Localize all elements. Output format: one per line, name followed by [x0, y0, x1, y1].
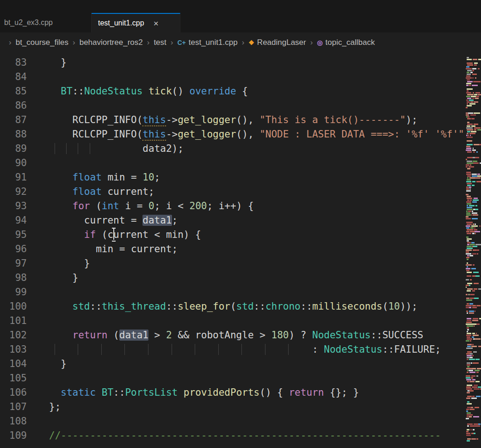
code-line[interactable]: 97 }	[0, 256, 464, 271]
code-line[interactable]: 87 RCLCPP_INFO(this->get_logger(), "This…	[0, 113, 464, 127]
code-line[interactable]: 107};	[0, 400, 464, 414]
code-line[interactable]: 91 float min = 10;	[0, 170, 464, 185]
code-line[interactable]: 105	[0, 371, 464, 386]
line-number[interactable]: 98	[0, 271, 27, 285]
line-number[interactable]: 94	[0, 213, 27, 228]
line-number[interactable]: 89	[0, 142, 27, 156]
minimap-line	[466, 425, 480, 427]
code-token: std	[73, 301, 90, 312]
minimap-token	[472, 68, 476, 69]
minimap-token	[472, 85, 478, 86]
code-line[interactable]: 95 if (current < min) {	[0, 228, 464, 242]
line-number[interactable]: 103	[0, 342, 27, 357]
indent-guide	[66, 143, 78, 154]
line-number[interactable]: 104	[0, 357, 27, 371]
line-number[interactable]: 95	[0, 228, 27, 242]
line-number[interactable]: 90	[0, 156, 27, 170]
code-line[interactable]: 102 return (data1 > 2 && robotAngle > 18…	[0, 328, 464, 342]
code-line[interactable]: 104 }	[0, 357, 464, 371]
tab-bt_u2_ex3-cpp[interactable]: bt_u2_ex3.cpp	[0, 13, 92, 32]
line-number[interactable]: 105	[0, 371, 27, 386]
line-number[interactable]: 102	[0, 328, 27, 342]
code-line[interactable]: 99	[0, 285, 464, 299]
minimap[interactable]	[464, 53, 481, 448]
code-line[interactable]: 90	[0, 156, 464, 170]
minimap-token	[467, 381, 469, 382]
minimap-token	[467, 403, 472, 404]
minimap-line	[466, 177, 480, 179]
minimap-token	[472, 212, 478, 214]
code-text: : NodeStatus::FAILURE;	[27, 342, 464, 357]
minimap-token	[466, 253, 471, 255]
line-number[interactable]: 88	[0, 127, 27, 142]
code-line[interactable]: 98 }	[0, 271, 464, 285]
code-line[interactable]: 109//-----------------------------------…	[0, 429, 464, 443]
editor[interactable]: 83 }8485 BT::NodeStatus tick() override …	[0, 53, 464, 448]
line-number[interactable]: 85	[0, 84, 27, 99]
line-number[interactable]: 101	[0, 314, 27, 328]
code-line[interactable]: 86	[0, 99, 464, 113]
line-number[interactable]: 96	[0, 242, 27, 256]
line-number[interactable]: 93	[0, 199, 27, 213]
code-line[interactable]: 83 }	[0, 56, 464, 70]
minimap-token	[466, 187, 468, 188]
code-token: ::	[90, 301, 102, 312]
minimap-token	[467, 283, 473, 284]
line-number[interactable]: 99	[0, 285, 27, 299]
code-line[interactable]: 84	[0, 70, 464, 84]
code-text	[27, 156, 464, 170]
minimap-token	[467, 364, 470, 366]
line-number[interactable]: 84	[0, 70, 27, 84]
line-number[interactable]: 83	[0, 56, 27, 70]
code-line[interactable]: 89 data2);	[0, 142, 464, 156]
code-line[interactable]: 103 : NodeStatus::FAILURE;	[0, 342, 464, 357]
breadcrumb-item-ReadingLaser[interactable]: ❖ReadingLaser	[248, 38, 306, 47]
code-line[interactable]: 106 static BT::PortsList providedPorts()…	[0, 386, 464, 400]
line-number[interactable]: 92	[0, 185, 27, 199]
minimap-token	[476, 324, 480, 325]
minimap-token	[467, 101, 469, 103]
breadcrumb-item-bt_course_files[interactable]: bt_course_files	[16, 38, 68, 47]
breadcrumb-item-test_unit1.cpp[interactable]: C+test_unit1.cpp	[177, 38, 237, 47]
minimap-line	[466, 101, 480, 103]
code-token: this_thread	[102, 301, 166, 312]
minimap-token	[476, 333, 477, 334]
breadcrumb-item-test[interactable]: test	[154, 38, 166, 47]
breadcrumb-item-behaviortree_ros2[interactable]: behaviortree_ros2	[80, 38, 143, 47]
minimap-token	[473, 161, 477, 162]
minimap-token	[467, 81, 473, 82]
code-line[interactable]: 101	[0, 314, 464, 328]
line-number[interactable]: 86	[0, 99, 27, 113]
line-number[interactable]: 106	[0, 386, 27, 400]
line-number[interactable]: 109	[0, 429, 27, 443]
minimap-token	[469, 255, 474, 256]
minimap-token	[466, 377, 470, 379]
minimap-token	[467, 275, 471, 277]
code-line[interactable]: 108	[0, 414, 464, 429]
minimap-token	[471, 131, 476, 132]
line-number[interactable]: 91	[0, 170, 27, 185]
code-line[interactable]: 96 min = current;	[0, 242, 464, 256]
tab-test_unit1-cpp[interactable]: test_unit1.cpp ×	[92, 13, 180, 32]
breadcrumb-label: bt_course_files	[16, 38, 68, 47]
code-line[interactable]: 85 BT::NodeStatus tick() override {	[0, 84, 464, 99]
minimap-token	[466, 435, 471, 436]
code-line[interactable]: 100 std::this_thread::sleep_for(std::chr…	[0, 299, 464, 314]
close-icon[interactable]: ×	[154, 19, 159, 28]
line-number[interactable]: 87	[0, 113, 27, 127]
line-number[interactable]: 108	[0, 414, 27, 429]
minimap-token	[467, 238, 472, 240]
code-token	[178, 387, 184, 398]
line-number[interactable]: 107	[0, 400, 27, 414]
code-line[interactable]: 94 current = data1;	[0, 213, 464, 228]
breadcrumb-item-topic_callback[interactable]: ◎topic_callback	[317, 38, 375, 47]
minimap-token	[472, 336, 475, 338]
line-number[interactable]: 97	[0, 256, 27, 271]
minimap-token	[471, 242, 475, 243]
code-line[interactable]: 92 float current;	[0, 185, 464, 199]
code-line[interactable]: 93 for (int i = 0; i < 200; i++) {	[0, 199, 464, 213]
minimap-token	[466, 127, 473, 129]
code-line[interactable]: 88 RCLCPP_INFO(this->get_logger(), "NODE…	[0, 127, 464, 142]
line-number[interactable]: 100	[0, 299, 27, 314]
minimap-token	[470, 135, 471, 136]
